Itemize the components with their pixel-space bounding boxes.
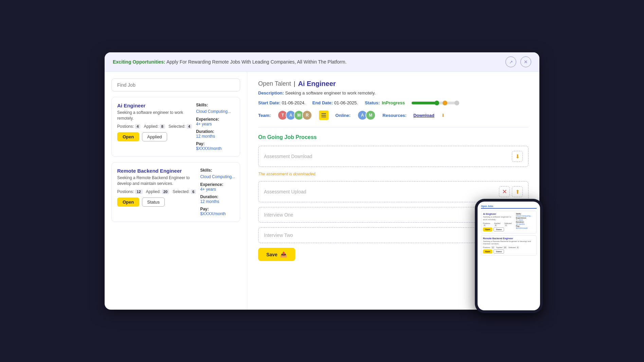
open-button-ai-engineer[interactable]: Open [117, 132, 139, 141]
breadcrumb-title: Ai Engineer [298, 80, 336, 88]
upload-icon-btn[interactable]: ⬆ [512, 186, 523, 197]
positions-label: Postions: 4 [117, 124, 140, 129]
job-header: Open Talent | Ai Engineer [258, 80, 529, 88]
experience-ai-engineer: Experience: 4+ years [196, 117, 240, 126]
step-assessment-download: Assessment Download ⬇ The assessment is … [258, 146, 529, 176]
duration-ai-engineer: Duration: 12 months [196, 129, 240, 139]
banner-text: Exciting Opportunities: Apply For Reward… [113, 59, 346, 65]
selected-label: Selected: 4 [168, 124, 192, 129]
job-info-ai-engineer: Ai Engineer Seeking a software engineer … [117, 103, 192, 151]
job-title-remote-backend[interactable]: Remote Backend Engineer [117, 168, 196, 174]
selected-badge: 4 [186, 124, 192, 129]
progress-bar [412, 102, 529, 104]
job-description-row: Description: Seeking a software engineer… [258, 90, 529, 96]
download-step-icon: ⬇ [515, 153, 520, 160]
positions-badge-2: 12 [135, 189, 142, 194]
avatar-4: R [302, 110, 312, 120]
job-info-remote-backend: Remote Backend Engineer Seeking a Remote… [117, 168, 196, 216]
banner-actions: ↗ ✕ [505, 56, 531, 67]
menu-icon[interactable] [319, 110, 328, 120]
phone-mockup: Open Jobs Ai Engineer Seeking a software… [475, 199, 543, 313]
job-meta-remote-backend: Postions: 12 Applied: 20 Selected: 6 [117, 189, 196, 194]
status-badge: Status: InProgress [365, 100, 405, 105]
step-label-assessment-upload: Assessment Upload [264, 189, 306, 194]
skills-link-ai-engineer[interactable]: Cloud Computing... [196, 109, 231, 114]
banner-normal: Apply For Rewarding Remote Jobs With Lea… [166, 59, 346, 65]
job-card-remote-backend: Remote Backend Engineer Seeking a Remote… [111, 162, 240, 222]
job-desc-ai-engineer: Seeking a software engineer to work remo… [117, 110, 192, 121]
menu-line-3 [321, 117, 326, 117]
applied-badge-2: 20 [162, 189, 169, 194]
selected-badge-2: 6 [191, 189, 196, 194]
job-title-ai-engineer[interactable]: Ai Engineer [117, 103, 192, 108]
progress-dot-gray [454, 101, 459, 105]
menu-line-1 [321, 113, 326, 114]
applied-label-2: Applied: 20 [146, 189, 169, 194]
assessment-success-text: The assessment is downloaded. [258, 172, 529, 176]
progress-fill [412, 102, 438, 104]
save-button[interactable]: Save 📤 [258, 248, 295, 261]
download-link[interactable]: Download [413, 113, 434, 118]
step-label-interview-two: Interview Two [264, 232, 293, 238]
step-actions-assessment-upload: ✕ ⬆ [499, 186, 523, 197]
phone-screen: Open Jobs Ai Engineer Seeking a software… [478, 202, 540, 310]
description-label: Description: [258, 90, 284, 96]
team-avatars: T A M R [278, 110, 312, 120]
job-skills-remote-backend: Skills: Cloud Computing... Experience: 4… [200, 168, 244, 216]
applied-badge: 8 [160, 124, 165, 129]
upload-icon: ⬆ [515, 189, 520, 195]
positions-label-2: Postions: 12 [117, 189, 143, 194]
phone-status-btn-1[interactable]: Status [494, 227, 504, 231]
breadcrumb-sep: | [294, 80, 296, 87]
job-desc-remote-backend: Seeking a Remote Backend Engineer to dev… [117, 175, 196, 187]
applied-label: Applied: 8 [144, 124, 165, 129]
job-actions-remote-backend: Open Status [117, 197, 196, 207]
download-icon: ⬇ [441, 113, 445, 118]
pay-remote-backend: Pay: $XXXX/month [200, 207, 244, 216]
description-text: Seeking a software engineer to work remo… [285, 90, 375, 96]
close-banner-button[interactable]: ✕ [520, 56, 531, 67]
content-area: Ai Engineer Seeking a software engineer … [105, 72, 539, 310]
cancel-upload-btn[interactable]: ✕ [499, 186, 510, 197]
job-meta-ai-engineer: Postions: 4 Applied: 8 Selected: 4 [117, 124, 192, 129]
banner-bold: Exciting Opportunities: [113, 59, 165, 65]
job-dates-row: Start Date: 01-06-2024. End Date: 01-06-… [258, 100, 529, 105]
pay-ai-engineer: Pay: $XXXX/month [196, 141, 240, 151]
process-step-assessment-download: Assessment Download ⬇ [258, 146, 529, 167]
search-input[interactable] [111, 79, 240, 91]
cancel-icon: ✕ [502, 188, 507, 195]
end-date: End Date: 01-06-2025. [312, 100, 358, 105]
phone-tab: Open Jobs [481, 205, 537, 209]
collapse-button[interactable]: ↗ [505, 56, 516, 67]
announcement-banner: Exciting Opportunities: Apply For Reward… [105, 52, 539, 72]
phone-open-btn-2[interactable]: Open [483, 249, 492, 254]
job-skills-ai-engineer: Skills: Cloud Computing... Experience: 4… [196, 103, 240, 151]
divider [258, 127, 529, 127]
start-date: Start Date: 01-06-2024. [258, 100, 306, 105]
progress-dot-green [434, 101, 439, 105]
collapse-icon: ↗ [509, 59, 513, 65]
sidebar: Ai Engineer Seeking a software engineer … [105, 72, 247, 310]
section-title: On Going Job Process [258, 134, 529, 140]
team-row: Team: T A M R Online: A [258, 110, 529, 120]
download-step-icon-btn[interactable]: ⬇ [512, 151, 523, 162]
close-icon: ✕ [524, 59, 528, 65]
duration-remote-backend: Duration: 12 months [200, 194, 244, 204]
online-avatar-2: M [365, 110, 376, 120]
phone-job-card-2: Remote Backend Engineer Seeking a Remote… [481, 235, 537, 256]
step-actions-assessment-download: ⬇ [512, 151, 523, 162]
job-actions-ai-engineer: Open Applied [117, 132, 192, 141]
applied-button-ai-engineer[interactable]: Applied [142, 132, 167, 141]
phone-open-btn-1[interactable]: Open [483, 227, 492, 231]
phone-status-btn-2[interactable]: Status [494, 249, 504, 254]
selected-label-2: Selected: 6 [173, 189, 196, 194]
skills-link-remote-backend[interactable]: Cloud Computing... [200, 174, 235, 179]
experience-remote-backend: Experience: 4+ years [200, 182, 244, 192]
progress-dot-orange [443, 101, 447, 105]
breadcrumb-open: Open Talent [258, 80, 291, 87]
step-label-interview-one: Interview One [264, 212, 293, 218]
phone-job-card-1: Ai Engineer Seeking a software engineer … [481, 211, 537, 234]
open-button-remote-backend[interactable]: Open [117, 197, 139, 207]
status-button-remote-backend[interactable]: Status [142, 197, 165, 207]
positions-badge: 4 [135, 124, 140, 129]
